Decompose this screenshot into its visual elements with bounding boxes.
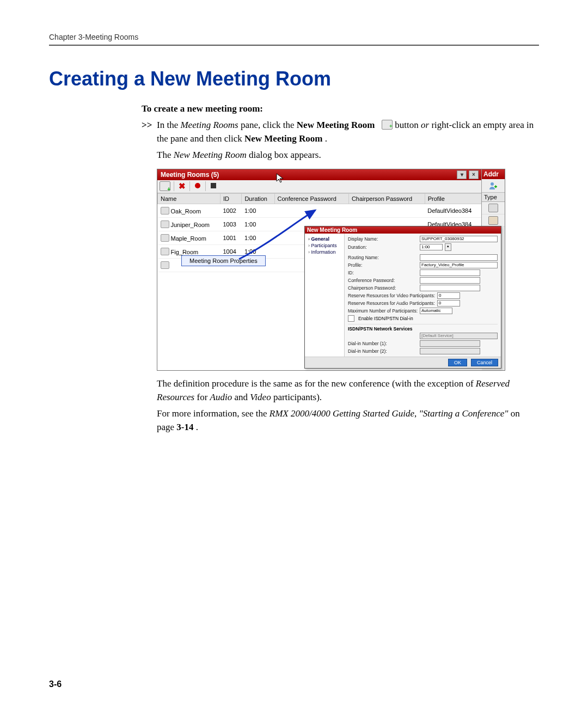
label-conf-pw: Conference Password:	[348, 278, 418, 283]
video-resources-field[interactable]	[437, 292, 460, 299]
svg-rect-2	[495, 185, 497, 188]
new-meeting-room-button[interactable]	[160, 181, 170, 191]
text: dialog box appears.	[249, 150, 321, 160]
room-icon	[161, 207, 169, 214]
delete-room-button[interactable]: ✖	[177, 182, 186, 191]
label-video-res: Reserve Resources for Video Participants…	[348, 293, 435, 298]
section-isdn-services: ISDN/PSTN Network Services	[348, 324, 498, 332]
screenshot-figure: Addr Type Meeting Rooms (5)	[157, 169, 505, 371]
col-conf-pw[interactable]: Conference Password	[274, 193, 348, 204]
address-panel: Addr Type	[481, 169, 505, 227]
dialog-form: Display Name: Duration: ▴ Routing Name:	[345, 234, 501, 357]
cell: 1002	[220, 204, 241, 217]
running-header: Chapter 3-Meeting Rooms	[49, 33, 539, 41]
page-title: Creating a New Meeting Room	[49, 68, 539, 90]
dialog-title: New Meeting Room	[305, 226, 501, 234]
dialog-tab-general[interactable]: General	[305, 236, 344, 242]
duration-field[interactable]	[420, 244, 443, 250]
rooms-toolbar: ✖	[157, 180, 482, 193]
text: .	[196, 422, 198, 432]
type-icon	[488, 216, 498, 225]
label-enable-isdn: Enable ISDN/PSTN Dial-in	[358, 316, 413, 321]
cell: 1001	[220, 231, 241, 244]
table-row[interactable]: Oak_Room 1002 1:00 DefaultVideo384	[158, 204, 482, 217]
text-bold: New Meeting Room	[297, 120, 375, 130]
label-dial2: Dial-in Number (2):	[348, 348, 418, 354]
add-participant-icon[interactable]	[489, 181, 498, 190]
label-duration: Duration:	[348, 244, 418, 250]
label-profile: Profile:	[348, 262, 418, 268]
text-italic: Meeting Rooms	[180, 120, 238, 130]
address-col-type: Type	[482, 193, 505, 202]
procedure-step: >> In the Meeting Rooms pane, click the …	[142, 119, 539, 145]
dialog-tab-information[interactable]: Information	[305, 249, 344, 255]
text-italic: Video	[250, 392, 271, 402]
cell: DefaultVideo384	[425, 204, 481, 217]
text: For more information, see the	[157, 408, 270, 419]
room-icon	[161, 261, 169, 269]
page-ref: 3-14	[176, 422, 193, 432]
profile-select[interactable]	[420, 262, 498, 268]
room-icon	[161, 234, 169, 242]
col-chair-pw[interactable]: Chairperson Password	[348, 193, 425, 204]
chairperson-password-field[interactable]	[420, 285, 480, 291]
col-id[interactable]: ID	[220, 193, 241, 204]
cell: Oak_Room	[171, 208, 201, 214]
cell: 1:00	[242, 204, 274, 217]
spinner-icon[interactable]: ▴	[445, 243, 451, 251]
context-menu: Meeting Room Properties	[181, 255, 266, 266]
max-participants-field[interactable]	[420, 308, 452, 314]
cell: Juniper_Room	[171, 222, 210, 228]
new-meeting-room-dialog: New Meeting Room General Participants In…	[304, 226, 501, 369]
address-panel-title: Addr	[482, 169, 505, 179]
separator	[189, 181, 190, 191]
step-result: The New Meeting Room dialog box appears.	[157, 149, 539, 162]
dialog-nav: General Participants Information	[305, 234, 345, 357]
label-chair-pw: Chairperson Password:	[348, 285, 418, 291]
id-field[interactable]	[420, 269, 480, 276]
network-service-select	[420, 333, 498, 339]
step-marker: >>	[142, 119, 157, 145]
label-max: Maximum Number of Participants:	[348, 308, 418, 314]
text-italic: or	[421, 120, 429, 130]
pin-icon[interactable]: ▾	[457, 170, 467, 179]
dialin-2-field	[420, 348, 480, 354]
cell: 1:00	[242, 217, 274, 231]
col-duration[interactable]: Duration	[242, 193, 274, 204]
text: and	[234, 392, 250, 402]
col-name[interactable]: Name	[158, 193, 220, 204]
audio-resources-field[interactable]	[437, 300, 460, 307]
display-name-field[interactable]	[420, 236, 498, 242]
text: pane, click the	[241, 120, 297, 130]
ok-button[interactable]: OK	[448, 359, 467, 366]
cancel-button[interactable]: Cancel	[471, 359, 498, 366]
stop-button[interactable]	[209, 181, 218, 191]
text: .	[325, 133, 327, 144]
cell	[348, 204, 425, 217]
dialin-1-field	[420, 340, 480, 347]
label-audio-res: Reserve Resources for Audio Participants…	[348, 301, 435, 306]
page-number: 3-6	[49, 679, 62, 689]
record-button[interactable]	[193, 181, 202, 191]
col-profile[interactable]: Profile	[425, 193, 481, 204]
svg-point-0	[491, 182, 494, 186]
close-icon[interactable]: ×	[469, 170, 479, 179]
step-body: In the Meeting Rooms pane, click the New…	[157, 119, 539, 145]
conference-password-field[interactable]	[420, 277, 480, 284]
text: The definition procedure is the same as …	[157, 378, 476, 389]
enable-isdn-checkbox[interactable]	[348, 315, 354, 322]
text-italic: Audio	[210, 392, 232, 402]
text-italic: RMX 2000/4000 Getting Started Guide, "St…	[270, 408, 509, 419]
pane-titlebar: Meeting Rooms (5) ▾ ×	[157, 169, 482, 180]
header-rule	[49, 45, 539, 46]
routing-name-field[interactable]	[420, 254, 498, 261]
dialog-tab-participants[interactable]: Participants	[305, 242, 344, 249]
text-bold: New Meeting Room	[244, 133, 323, 144]
text: The	[157, 150, 174, 160]
body-paragraph: The definition procedure is the same as …	[157, 377, 539, 404]
context-menu-item-properties[interactable]: Meeting Room Properties	[182, 256, 265, 266]
cell: Fig_Room	[171, 249, 199, 255]
cell: Maple_Room	[171, 235, 206, 242]
label-display-name: Display Name:	[348, 236, 418, 242]
text: In the	[157, 120, 180, 130]
